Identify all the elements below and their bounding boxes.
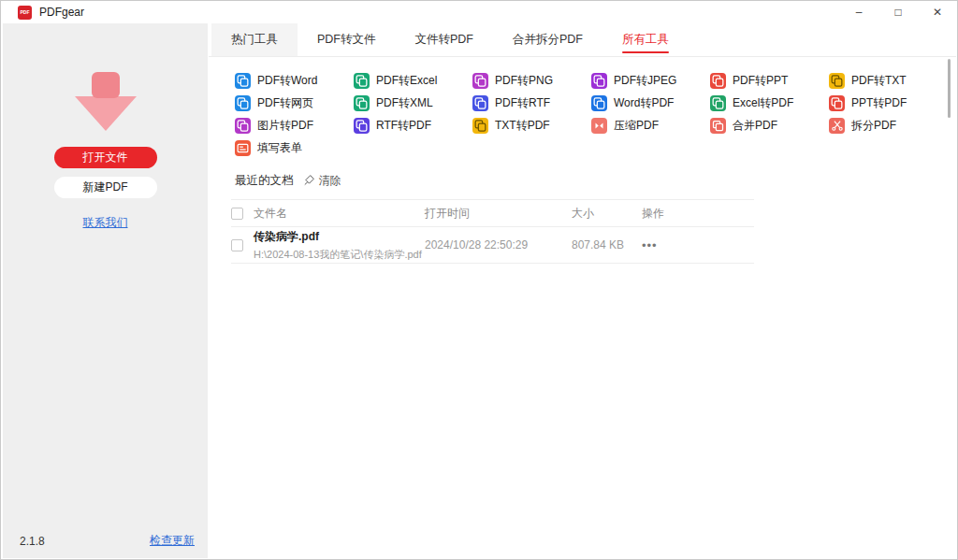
tool-填写表单[interactable]: 填写表单	[235, 136, 354, 159]
tool-label: PDF转网页	[257, 95, 313, 111]
window-controls: – □ ✕	[839, 1, 957, 23]
tool-PDF转JPEG[interactable]: PDF转JPEG	[591, 69, 710, 92]
table-header: 文件名 打开时间 大小 操作	[231, 199, 754, 227]
tab-文件转PDF[interactable]: 文件转PDF	[396, 23, 494, 56]
tool-label: PDF转JPEG	[614, 73, 676, 89]
title-bar: PDF PDFgear – □ ✕	[1, 1, 957, 23]
tool-label: RTF转PDF	[376, 118, 431, 134]
file-name: 传染病学.pdf	[254, 229, 425, 245]
tool-PDF转XML[interactable]: PDF转XML	[354, 92, 472, 114]
tool-PDF转网页[interactable]: PDF转网页	[235, 92, 354, 114]
tool-Excel转PDF[interactable]: Excel转PDF	[710, 92, 829, 114]
close-button[interactable]: ✕	[918, 1, 957, 23]
recent-docs-title: 最近的文档	[235, 173, 294, 189]
tools-grid: PDF转WordPDF转ExcelPDF转PNGPDF转JPEGPDF转PPTP…	[235, 69, 956, 159]
tool-label: 合并PDF	[733, 118, 777, 134]
arrow-rect	[92, 72, 120, 98]
合并PDF-icon	[710, 118, 726, 134]
check-update-link[interactable]: 检查更新	[150, 533, 195, 549]
tool-PDF转Excel[interactable]: PDF转Excel	[354, 69, 472, 92]
PPT转PDF-icon	[829, 95, 845, 111]
tool-label: PPT转PDF	[851, 95, 907, 111]
tool-压缩PDF[interactable]: 压缩PDF	[591, 114, 710, 136]
tool-label: 填写表单	[257, 140, 302, 156]
tool-合并PDF[interactable]: 合并PDF	[710, 114, 829, 136]
tab-所有工具[interactable]: 所有工具	[602, 23, 689, 56]
app-logo-icon: PDF	[18, 6, 32, 20]
minimize-button[interactable]: –	[839, 1, 878, 23]
tool-PDF转RTF[interactable]: PDF转RTF	[472, 92, 591, 114]
clear-recent-button[interactable]: 清除	[303, 173, 341, 189]
压缩PDF-icon	[591, 118, 607, 134]
col-action: 操作	[642, 206, 754, 222]
table-body: 传染病学.pdfH:\2024-08-13我的笔记\传染病学.pdf2024/1…	[231, 227, 754, 264]
vertical-scrollbar[interactable]	[948, 59, 951, 118]
file-path: H:\2024-08-13我的笔记\传染病学.pdf	[254, 248, 425, 262]
TXT转PDF-icon	[472, 118, 488, 134]
tool-label: PDF转TXT	[851, 73, 907, 89]
tool-label: 拆分PDF	[851, 118, 896, 134]
col-filename: 文件名	[254, 206, 425, 222]
tool-图片转PDF[interactable]: 图片转PDF	[235, 114, 354, 136]
tool-Word转PDF[interactable]: Word转PDF	[591, 92, 710, 114]
PDF转Word-icon	[235, 73, 251, 89]
select-all-checkbox[interactable]	[231, 208, 243, 220]
download-arrow-icon	[75, 72, 137, 132]
tool-label: 图片转PDF	[257, 118, 313, 134]
recent-docs-table: 文件名 打开时间 大小 操作 传染病学.pdfH:\2024-08-13我的笔记…	[231, 199, 754, 264]
window-title: PDFgear	[39, 6, 84, 19]
tool-label: Word转PDF	[614, 95, 674, 111]
PDF转XML-icon	[354, 95, 370, 111]
tool-PDF转TXT[interactable]: PDF转TXT	[829, 69, 948, 92]
tool-label: PDF转XML	[376, 95, 433, 111]
tab-合并拆分PDF[interactable]: 合并拆分PDF	[493, 23, 602, 56]
maximize-button[interactable]: □	[878, 1, 918, 23]
Excel转PDF-icon	[710, 95, 726, 111]
tool-label: PDF转Excel	[376, 73, 437, 89]
tool-label: TXT转PDF	[495, 118, 550, 134]
col-size: 大小	[572, 206, 642, 222]
tab-bar: 热门工具PDF转文件文件转PDF合并拆分PDF所有工具	[209, 23, 956, 57]
RTF转PDF-icon	[354, 118, 370, 134]
tool-label: PDF转PNG	[495, 73, 553, 89]
version-label: 2.1.8	[20, 535, 45, 548]
recent-docs-header: 最近的文档 清除	[235, 173, 956, 189]
clear-label: 清除	[319, 173, 341, 189]
table-row[interactable]: 传染病学.pdfH:\2024-08-13我的笔记\传染病学.pdf2024/1…	[231, 227, 754, 264]
tool-RTF转PDF[interactable]: RTF转PDF	[354, 114, 472, 136]
tool-PDF转PNG[interactable]: PDF转PNG	[472, 69, 591, 92]
tab-热门工具[interactable]: 热门工具	[211, 23, 298, 56]
tool-TXT转PDF[interactable]: TXT转PDF	[472, 114, 591, 136]
row-actions-menu[interactable]: •••	[642, 238, 658, 252]
tool-拆分PDF[interactable]: 拆分PDF	[829, 114, 948, 136]
tool-label: PDF转RTF	[495, 95, 550, 111]
broom-icon	[303, 174, 315, 189]
tool-PDF转Word[interactable]: PDF转Word	[235, 69, 354, 92]
PDF转TXT-icon	[829, 73, 845, 89]
tool-label: PDF转PPT	[733, 73, 788, 89]
open-file-button[interactable]: 打开文件	[54, 147, 157, 168]
PDF转PNG-icon	[472, 73, 488, 89]
PDF转JPEG-icon	[591, 73, 607, 89]
图片转PDF-icon	[235, 118, 251, 134]
sidebar: 打开文件 新建PDF 联系我们 2.1.8 检查更新	[3, 23, 208, 558]
file-open-time: 2024/10/28 22:50:29	[425, 238, 572, 251]
main-area: 热门工具PDF转文件文件转PDF合并拆分PDF所有工具 PDF转WordPDF转…	[209, 23, 956, 558]
PDF转Excel-icon	[354, 73, 370, 89]
填写表单-icon	[235, 140, 251, 156]
file-size: 807.84 KB	[572, 238, 642, 251]
拆分PDF-icon	[829, 118, 845, 134]
PDF转PPT-icon	[710, 73, 726, 89]
Word转PDF-icon	[591, 95, 607, 111]
tool-label: 压缩PDF	[614, 118, 659, 134]
tool-PPT转PDF[interactable]: PPT转PDF	[829, 92, 948, 114]
new-pdf-button[interactable]: 新建PDF	[54, 177, 157, 198]
PDF转网页-icon	[235, 95, 251, 111]
tool-label: Excel转PDF	[733, 95, 793, 111]
tool-PDF转PPT[interactable]: PDF转PPT	[710, 69, 829, 92]
tab-PDF转文件[interactable]: PDF转文件	[298, 23, 396, 56]
PDF转RTF-icon	[472, 95, 488, 111]
arrow-triangle	[75, 96, 137, 131]
row-checkbox[interactable]	[231, 239, 243, 251]
contact-us-link[interactable]: 联系我们	[83, 216, 128, 229]
